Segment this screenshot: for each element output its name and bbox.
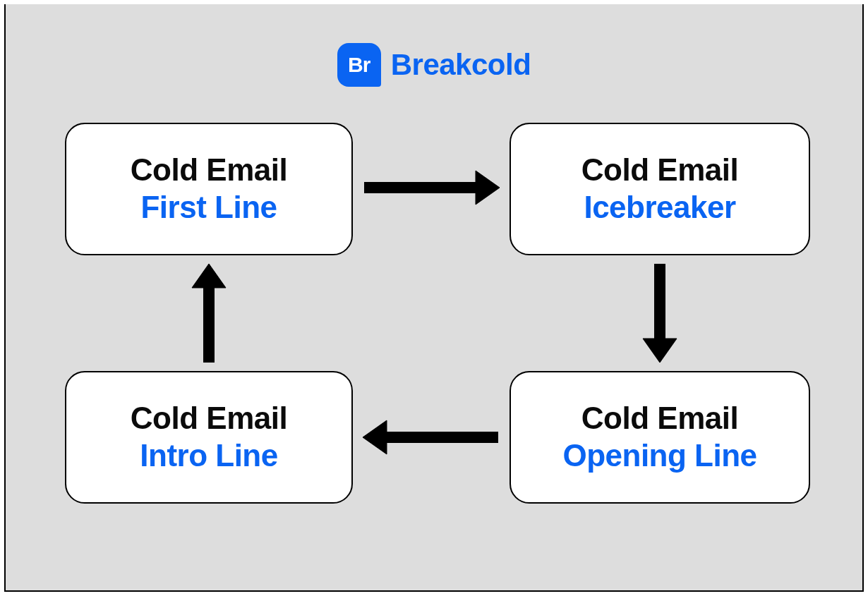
node-opening-line: Cold Email Opening Line [510, 371, 810, 504]
node-title: Cold Email [131, 400, 287, 437]
node-intro-line: Cold Email Intro Line [65, 371, 353, 504]
arrow-left-icon [358, 416, 504, 458]
node-first-line: Cold Email First Line [65, 123, 353, 255]
node-subtitle: Icebreaker [584, 189, 735, 226]
svg-marker-3 [643, 339, 677, 363]
diagram-canvas: Br Breakcold Cold Email First Line Cold … [4, 4, 864, 592]
node-subtitle: Intro Line [140, 437, 277, 475]
node-icebreaker: Cold Email Icebreaker [510, 123, 810, 255]
brand-logo: Br Breakcold [6, 43, 862, 87]
arrow-right-icon [358, 166, 504, 209]
svg-marker-7 [192, 264, 226, 288]
svg-marker-5 [363, 420, 387, 454]
arrow-down-icon [639, 260, 681, 367]
node-subtitle: First Line [140, 189, 277, 226]
node-title: Cold Email [131, 152, 287, 189]
node-subtitle: Opening Line [562, 437, 757, 475]
brand-mark-icon: Br [337, 43, 381, 87]
node-title: Cold Email [581, 152, 738, 189]
svg-marker-1 [476, 171, 500, 205]
brand-name: Breakcold [391, 48, 531, 82]
arrow-up-icon [188, 260, 230, 367]
node-title: Cold Email [581, 400, 738, 437]
brand-mark-text: Br [348, 53, 370, 77]
